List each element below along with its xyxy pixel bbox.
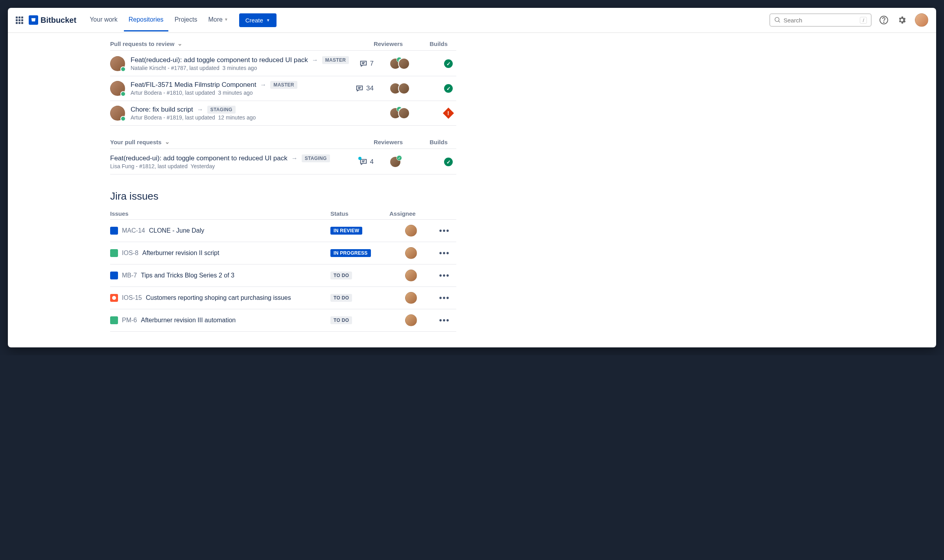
issue-title[interactable]: Customers reporting shoping cart purchas… [146,294,291,301]
issue-key[interactable]: IOS-8 [122,250,138,257]
build-status: ✓ [441,158,456,166]
nav-repositories[interactable]: Repositories [124,9,168,31]
svg-line-1 [778,21,780,22]
assignee-avatar[interactable] [405,292,417,304]
nav-more[interactable]: More▼ [203,9,232,31]
comment-icon [359,158,368,166]
nav-your-work[interactable]: Your work [85,9,122,31]
build-status: ✓ [441,59,456,68]
pr-title[interactable]: Feat(reduced-ui): add toggle component t… [110,154,288,162]
nav-projects[interactable]: Projects [170,9,202,31]
pr-row[interactable]: Feat/FIL-3571 Media Filmstrip Component … [110,76,456,101]
author-avatar[interactable] [110,106,125,121]
arrow-right-icon: → [312,57,318,64]
search-shortcut: / [860,17,867,24]
reviewer-avatar[interactable] [398,83,410,94]
settings-gear-icon[interactable] [896,14,908,26]
more-actions-icon[interactable]: ••• [433,294,456,303]
svg-point-3 [883,22,884,23]
status-pill[interactable]: IN PROGRESS [330,249,371,257]
issue-key[interactable]: MAC-14 [122,227,145,234]
jira-row[interactable]: PM-6 Afterburner revision III automation… [110,309,456,332]
section-your-prs[interactable]: Your pull requests ⌄ Reviewers Builds [110,137,456,148]
pr-row[interactable]: Feat(reduced-ui): add toggle component t… [110,51,456,76]
brand-name: Bitbucket [41,16,76,25]
col-reviewers: Reviewers [374,139,403,145]
issue-title[interactable]: Afterburner revision II script [142,250,219,257]
section-prs-to-review[interactable]: Pull requests to review ⌄ Reviewers Buil… [110,39,456,50]
branch-tag[interactable]: MASTER [322,56,349,64]
issue-title[interactable]: Afterburner revision III automation [141,317,236,324]
search-input[interactable] [784,17,860,24]
col-builds: Builds [430,40,448,47]
brand[interactable]: Bitbucket [29,15,76,25]
pr-comments[interactable]: 34 [352,84,374,93]
arrow-right-icon: → [197,106,203,113]
build-failed-icon[interactable] [443,108,454,119]
reviewer-avatar[interactable] [398,107,410,119]
build-success-icon[interactable]: ✓ [444,59,453,68]
pr-subtitle: Artur Bodera - #1810, last updated 3 min… [131,90,352,96]
jira-row[interactable]: MAC-14 CLONE - June Daly IN REVIEW ••• [110,220,456,242]
pr-row[interactable]: Chore: fix build script → STAGING Artur … [110,101,456,126]
svg-point-0 [775,17,779,22]
task-icon [110,272,118,279]
col-builds: Builds [430,139,448,145]
issue-key[interactable]: PM-6 [122,317,137,324]
author-avatar[interactable] [110,56,125,71]
branch-tag[interactable]: STAGING [302,154,330,162]
chevron-down-icon: ⌄ [177,40,183,47]
story-icon [110,316,118,324]
pr-title[interactable]: Chore: fix build script [131,106,193,114]
pr-title[interactable]: Feat/FIL-3571 Media Filmstrip Component [131,81,256,89]
status-pill[interactable]: IN REVIEW [330,227,362,235]
bug-icon [110,294,118,302]
pr-subtitle: Artur Bodera - #1819, last updated 12 mi… [131,114,352,121]
more-actions-icon[interactable]: ••• [433,271,456,280]
more-actions-icon[interactable]: ••• [433,316,456,325]
pr-row[interactable]: Feat(reduced-ui): add toggle component t… [110,150,456,174]
assignee-avatar[interactable] [405,247,417,259]
create-button[interactable]: Create▼ [239,13,277,27]
app-switcher-icon[interactable] [16,17,23,24]
search-box[interactable]: / [769,13,872,27]
status-pill[interactable]: TO DO [330,272,352,279]
comment-icon [355,84,364,93]
more-actions-icon[interactable]: ••• [433,249,456,258]
build-status: ✓ [441,84,456,93]
build-success-icon[interactable]: ✓ [444,158,453,166]
issue-key[interactable]: IOS-15 [122,294,142,301]
jira-column-headers: Issues Status Assignee [110,210,456,220]
assignee-avatar[interactable] [405,270,417,281]
reviewers-group [389,83,421,94]
branch-tag[interactable]: STAGING [207,106,236,114]
pr-comments[interactable]: 7 [352,59,374,68]
issue-title[interactable]: CLONE - June Daly [149,227,205,234]
jira-row[interactable]: IOS-8 Afterburner revision II script IN … [110,242,456,264]
search-icon [774,17,781,24]
pr-comments[interactable]: 4 [352,158,374,166]
task-icon [110,227,118,235]
jira-heading: Jira issues [110,190,456,202]
status-pill[interactable]: TO DO [330,294,352,302]
reviewer-avatar[interactable] [398,58,410,70]
comment-icon [359,59,368,68]
story-icon [110,249,118,257]
user-avatar[interactable] [915,13,928,27]
jira-row[interactable]: IOS-15 Customers reporting shoping cart … [110,287,456,309]
assignee-avatar[interactable] [405,314,417,326]
build-success-icon[interactable]: ✓ [444,84,453,93]
branch-tag[interactable]: MASTER [270,81,297,89]
author-avatar[interactable] [110,81,125,96]
arrow-right-icon: → [291,155,298,162]
pr-title[interactable]: Feat(reduced-ui): add toggle component t… [131,56,308,64]
jira-row[interactable]: MB-7 Tips and Tricks Blog Series 2 of 3 … [110,264,456,287]
issue-key[interactable]: MB-7 [122,272,137,279]
assignee-avatar[interactable] [405,225,417,237]
chevron-down-icon: ▼ [266,18,270,22]
status-pill[interactable]: TO DO [330,316,352,324]
reviewer-avatar[interactable] [389,156,401,168]
help-icon[interactable] [878,14,890,26]
more-actions-icon[interactable]: ••• [433,226,456,235]
issue-title[interactable]: Tips and Tricks Blog Series 2 of 3 [141,272,234,279]
